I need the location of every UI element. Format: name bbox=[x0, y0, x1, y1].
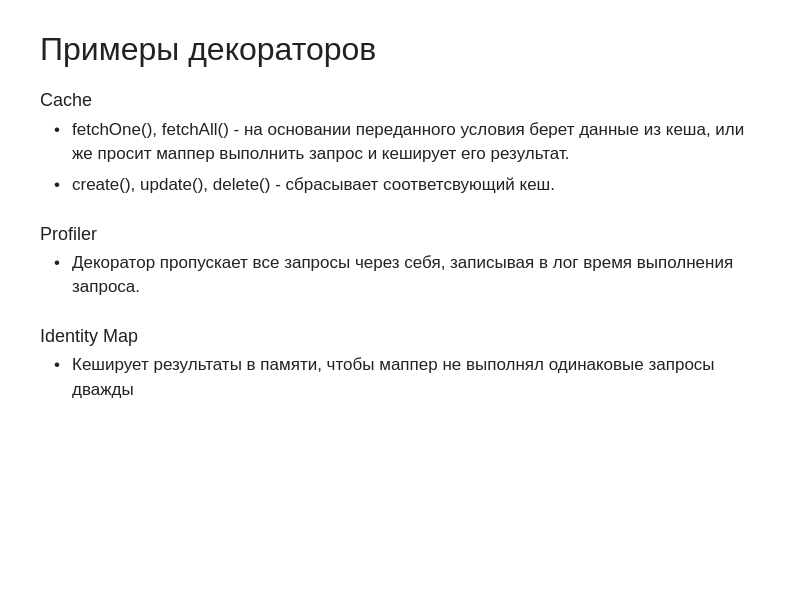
slide-title: Примеры декораторов bbox=[40, 30, 760, 68]
section-cache-label: Cache bbox=[40, 88, 760, 113]
slide-container: Примеры декораторов Cache fetchOne(), fe… bbox=[0, 0, 800, 600]
section-profiler-label: Profiler bbox=[40, 222, 760, 247]
section-cache: Cache fetchOne(), fetchAll() - на основа… bbox=[40, 88, 760, 203]
section-profiler: Profiler Декоратор пропускает все запрос… bbox=[40, 222, 760, 306]
profiler-bullet-1: Декоратор пропускает все запросы через с… bbox=[50, 251, 760, 300]
cache-bullet-1: fetchOne(), fetchAll() - на основании пе… bbox=[50, 118, 760, 167]
section-identity-map-label: Identity Map bbox=[40, 324, 760, 349]
cache-bullet-2: create(), update(), delete() - сбрасывае… bbox=[50, 173, 760, 198]
identity-map-bullet-1: Кеширует результаты в памяти, чтобы мапп… bbox=[50, 353, 760, 402]
profiler-bullet-list: Декоратор пропускает все запросы через с… bbox=[40, 251, 760, 300]
cache-bullet-list: fetchOne(), fetchAll() - на основании пе… bbox=[40, 118, 760, 198]
section-identity-map: Identity Map Кеширует результаты в памят… bbox=[40, 324, 760, 408]
identity-map-bullet-list: Кеширует результаты в памяти, чтобы мапп… bbox=[40, 353, 760, 402]
